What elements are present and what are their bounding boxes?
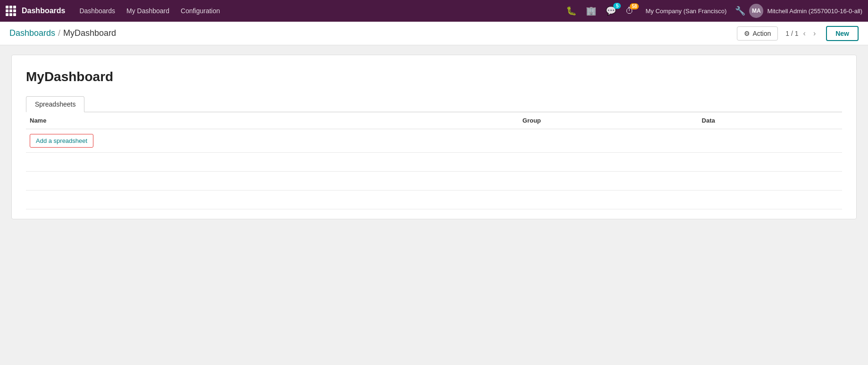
top-nav-menu: Dashboards My Dashboard Configuration	[75, 4, 561, 17]
pagination: 1 / 1 ‹ ›	[785, 28, 818, 39]
col-name: Name	[26, 112, 519, 129]
clock-icon[interactable]: ⏱ 58	[623, 4, 637, 18]
spreadsheet-table: Name Group Data Add a spreadsheet	[26, 112, 842, 209]
empty-data-cell	[698, 129, 842, 153]
dashboard-card: MyDashboard Spreadsheets Name Group Data…	[11, 55, 857, 219]
table-row	[26, 172, 842, 191]
col-group: Group	[519, 112, 698, 129]
bug-icon[interactable]: 🐛	[563, 4, 579, 18]
user-name: Mitchell Admin (25570010-16-0-all)	[767, 8, 862, 15]
top-nav: Dashboards Dashboards My Dashboard Confi…	[0, 0, 868, 22]
table-body: Add a spreadsheet	[26, 129, 842, 209]
company-name[interactable]: My Company (San Francisco)	[641, 8, 731, 15]
breadcrumb: Dashboards / MyDashboard	[9, 28, 737, 38]
table-row	[26, 153, 842, 172]
avatar: MA	[749, 4, 763, 18]
breadcrumb-current: MyDashboard	[63, 28, 116, 38]
table-row: Add a spreadsheet	[26, 129, 842, 153]
breadcrumb-separator: /	[58, 28, 60, 38]
add-spreadsheet-button[interactable]: Add a spreadsheet	[30, 134, 93, 148]
next-page-button[interactable]: ›	[810, 28, 818, 39]
table-row	[26, 191, 842, 209]
breadcrumb-root[interactable]: Dashboards	[9, 28, 55, 38]
top-nav-icons: 🐛 🏢 💬 5 ⏱ 58 My Company (San Francisco) …	[563, 4, 862, 18]
dashboard-title: MyDashboard	[26, 69, 842, 84]
breadcrumb-actions: ⚙ Action 1 / 1 ‹ › New	[737, 26, 859, 41]
gear-icon: ⚙	[744, 30, 750, 37]
wrench-icon[interactable]: 🔧	[735, 6, 745, 16]
grid-icon[interactable]	[6, 6, 16, 16]
pagination-count: 1 / 1	[785, 30, 798, 37]
chat-badge: 5	[613, 3, 621, 9]
table-header: Name Group Data	[26, 112, 842, 129]
app-name[interactable]: Dashboards	[22, 7, 65, 15]
nav-dashboards[interactable]: Dashboards	[75, 4, 120, 17]
nav-configuration[interactable]: Configuration	[176, 4, 225, 17]
tab-spreadsheets[interactable]: Spreadsheets	[26, 96, 84, 112]
col-data: Data	[698, 112, 842, 129]
add-spreadsheet-cell: Add a spreadsheet	[26, 129, 519, 153]
building-icon[interactable]: 🏢	[583, 4, 599, 18]
clock-badge: 58	[630, 3, 639, 9]
new-button[interactable]: New	[826, 26, 859, 41]
nav-my-dashboard[interactable]: My Dashboard	[122, 4, 174, 17]
action-button[interactable]: ⚙ Action	[737, 26, 778, 41]
prev-page-button[interactable]: ‹	[801, 28, 809, 39]
chat-icon[interactable]: 💬 5	[603, 4, 619, 18]
breadcrumb-bar: Dashboards / MyDashboard ⚙ Action 1 / 1 …	[0, 22, 868, 45]
action-label: Action	[752, 30, 771, 37]
main-content: MyDashboard Spreadsheets Name Group Data…	[0, 45, 868, 229]
user-info[interactable]: MA Mitchell Admin (25570010-16-0-all)	[749, 4, 862, 18]
tabs: Spreadsheets	[26, 96, 842, 112]
empty-group-cell	[519, 129, 698, 153]
